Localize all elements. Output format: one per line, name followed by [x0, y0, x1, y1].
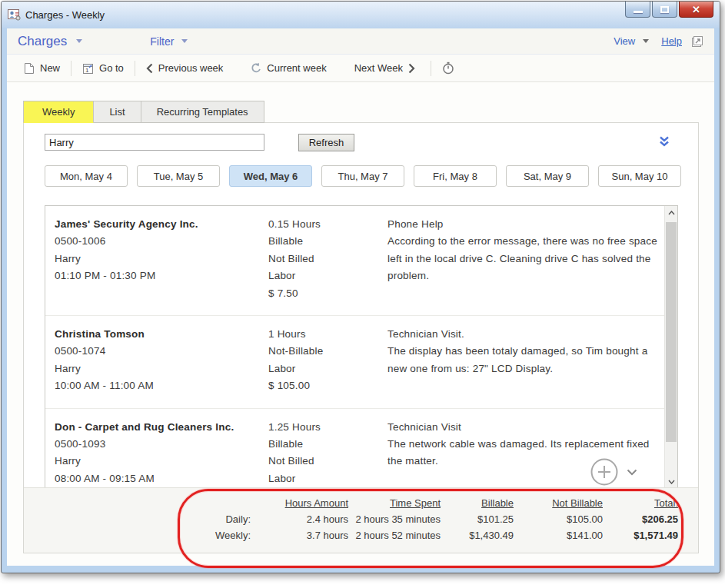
svg-text:1: 1 — [85, 67, 89, 74]
charge-detail-column: 1.25 Hours Billable Not Billed Labor — [268, 419, 387, 488]
day-button-sat[interactable]: Sat, May 9 — [506, 165, 589, 187]
charge-id: 0500-1074 — [55, 343, 268, 360]
totals-table: Hours Amount Time Spent Billable Not Bil… — [197, 495, 678, 543]
double-chevron-down-icon[interactable] — [658, 135, 670, 148]
timer-button[interactable] — [434, 61, 462, 75]
previous-week-button[interactable]: Previous week — [138, 62, 231, 74]
daily-total: $206.25 — [603, 511, 678, 527]
vertical-scrollbar[interactable] — [664, 206, 677, 488]
charge-notes-column: Technician Visit. The display has been t… — [387, 326, 660, 395]
previous-week-label: Previous week — [158, 62, 224, 74]
toolbar-separator — [431, 61, 431, 76]
charge-left-column: James' Security Agency Inc. 0500-1006 Ha… — [55, 216, 268, 302]
menu-bar: Charges Filter View Help — [7, 28, 714, 55]
scroll-up-icon[interactable] — [665, 206, 677, 219]
charge-summary: Technician Visit. — [387, 326, 660, 343]
billable-status: Not-Billable — [268, 343, 387, 360]
window-title: Charges - Weekly — [25, 9, 105, 21]
toolbar-separator — [135, 61, 135, 76]
charge-id: 0500-1093 — [55, 436, 268, 453]
next-week-button[interactable]: Next Week — [347, 62, 423, 74]
close-button[interactable]: ✕ — [679, 2, 713, 18]
day-button-tue[interactable]: Tue, May 5 — [137, 165, 220, 187]
chevron-down-icon — [76, 39, 82, 43]
day-button-wed[interactable]: Wed, May 6 — [229, 165, 312, 187]
company-name: James' Security Agency Inc. — [55, 216, 268, 233]
app-window: Charges - Weekly ✕ Charges Filter View H… — [1, 1, 720, 573]
client-area: Charges Filter View Help New 1 — [7, 28, 714, 566]
charge-summary: Technician Visit — [387, 419, 660, 436]
weekly-label: Weekly: — [197, 527, 251, 543]
charge-description: According to the error message, there wa… — [387, 233, 658, 284]
hours-value: 1 Hours — [268, 326, 387, 343]
member-name: Harry — [55, 251, 268, 267]
work-type: Labor — [268, 470, 387, 487]
undo-arrow-icon — [249, 62, 261, 74]
time-range: 10:00 AM - 11:00 AM — [55, 377, 268, 394]
weekly-tab-panel: Refresh Mon, May 4 Tue, May 5 Wed, May 6… — [23, 122, 699, 553]
tab-list[interactable]: List — [94, 101, 141, 123]
filter-menu[interactable]: Filter — [150, 35, 174, 48]
billed-status: Not Billed — [268, 453, 387, 470]
day-button-sun[interactable]: Sun, May 10 — [598, 165, 681, 187]
scrollbar-thumb[interactable] — [666, 222, 677, 442]
close-icon: ✕ — [692, 4, 700, 15]
amount-value: $ 7.50 — [268, 285, 387, 302]
calendar-icon: 1 — [82, 62, 94, 75]
charge-row[interactable]: James' Security Agency Inc. 0500-1006 Ha… — [45, 206, 664, 316]
time-range: 08:00 AM - 09:15 AM — [55, 470, 268, 487]
tab-recurring-templates[interactable]: Recurring Templates — [141, 101, 264, 123]
time-range: 01:10 PM - 01:30 PM — [55, 267, 268, 284]
charge-description: The display has been totaly damaged, so … — [387, 343, 658, 377]
day-button-mon[interactable]: Mon, May 4 — [45, 165, 128, 187]
charge-left-column: Christina Tomson 0500-1074 Harry 10:00 A… — [55, 326, 268, 395]
day-button-thu[interactable]: Thu, May 7 — [321, 165, 404, 187]
minimize-button[interactable] — [625, 2, 650, 18]
blank-page-icon — [24, 62, 35, 75]
search-input[interactable] — [45, 134, 264, 151]
maximize-button[interactable] — [652, 2, 677, 18]
company-name: Christina Tomson — [55, 326, 268, 343]
work-type: Labor — [268, 360, 387, 377]
goto-button[interactable]: 1 Go to — [75, 62, 131, 75]
app-icon — [8, 8, 21, 21]
chevron-down-icon — [181, 39, 188, 43]
refresh-button[interactable]: Refresh — [298, 134, 354, 151]
current-week-label: Current week — [267, 62, 326, 74]
header-time-spent: Time Spent — [348, 495, 441, 511]
add-charge-button[interactable] — [590, 457, 619, 487]
weekly-time-spent: 2 hours 52 minutes — [348, 527, 441, 543]
tab-weekly[interactable]: Weekly — [23, 101, 94, 123]
new-button[interactable]: New — [16, 62, 68, 75]
charge-id: 0500-1006 — [55, 233, 268, 250]
toolbar-separator — [71, 61, 72, 76]
new-button-label: New — [40, 62, 60, 74]
title-bar[interactable]: Charges - Weekly ✕ — [2, 2, 720, 28]
scroll-down-icon[interactable] — [665, 475, 677, 488]
daily-hours-amount: 2.4 hours — [251, 511, 348, 527]
day-button-fri[interactable]: Fri, May 8 — [414, 165, 497, 187]
member-name: Harry — [55, 360, 268, 377]
charge-notes-column: Phone Help According to the error messag… — [387, 216, 660, 302]
chevron-down-icon[interactable] — [627, 469, 637, 476]
charge-summary: Phone Help — [387, 216, 660, 233]
work-type: Labor — [268, 267, 387, 284]
charge-row[interactable]: Christina Tomson 0500-1074 Harry 10:00 A… — [45, 316, 664, 409]
maximize-icon — [660, 6, 669, 13]
current-week-button[interactable]: Current week — [241, 62, 334, 74]
help-link[interactable]: Help — [661, 35, 682, 47]
charge-detail-column: 0.15 Hours Billable Not Billed Labor $ 7… — [268, 216, 387, 302]
chevron-down-icon — [643, 39, 649, 43]
daily-time-spent: 2 hours 35 minutes — [348, 511, 441, 527]
header-total: Total: — [603, 495, 678, 511]
billed-status: Not Billed — [268, 251, 387, 267]
charge-row[interactable]: Don - Carpet and Rug Cleaners Inc. 0500-… — [45, 409, 664, 489]
view-menu[interactable]: View — [614, 35, 635, 47]
stopwatch-icon — [442, 61, 454, 75]
daily-label: Daily: — [197, 511, 251, 527]
amount-value: $ 105.00 — [268, 377, 387, 394]
charge-detail-column: 1 Hours Not-Billable Labor $ 105.00 — [268, 326, 387, 395]
popout-icon[interactable] — [691, 35, 703, 48]
charges-list: James' Security Agency Inc. 0500-1006 Ha… — [45, 205, 678, 489]
charges-menu[interactable]: Charges — [18, 34, 67, 49]
